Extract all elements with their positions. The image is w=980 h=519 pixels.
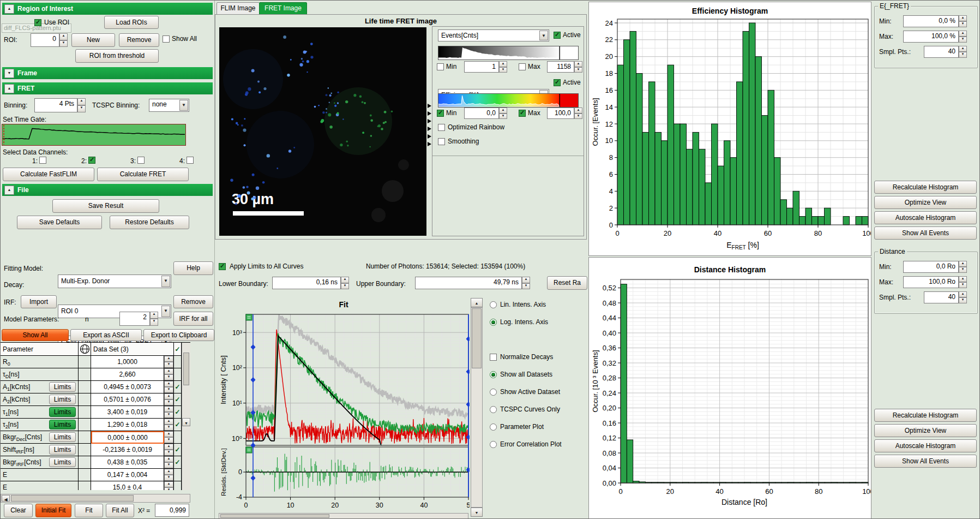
tab-fret-image[interactable]: FRET Image bbox=[259, 2, 307, 15]
sample-points-input[interactable]: 40 bbox=[924, 46, 959, 58]
scroll-left-icon[interactable] bbox=[2, 495, 10, 502]
new-roi-button[interactable]: New bbox=[71, 33, 115, 47]
efficiency-max-input[interactable]: 100,0 bbox=[547, 108, 574, 119]
option-radio-show-all-datasets[interactable] bbox=[490, 371, 497, 378]
limits-button[interactable]: Limits bbox=[49, 382, 76, 392]
option-radio-show-active-dataset[interactable] bbox=[490, 389, 497, 396]
irf-import-button[interactable]: Import bbox=[21, 295, 57, 308]
scroll-down-icon[interactable] bbox=[471, 508, 483, 517]
scrollbar-thumb[interactable] bbox=[472, 308, 482, 368]
option-radio-lin-intens-axis[interactable] bbox=[490, 301, 497, 308]
value-spinner[interactable] bbox=[164, 481, 173, 490]
export-clipboard-button[interactable]: Export to Clipboard bbox=[143, 329, 214, 341]
parameter-enabled-check[interactable] bbox=[174, 368, 182, 381]
tab-flim-image[interactable]: FLIM Image bbox=[217, 2, 260, 15]
value-spinner[interactable] bbox=[164, 456, 173, 468]
channel-checkbox[interactable] bbox=[39, 157, 46, 164]
limits-button[interactable]: Limits bbox=[49, 457, 76, 467]
option-radio-error-correlation-plot[interactable] bbox=[490, 441, 497, 448]
fret-image-canvas[interactable]: 30 µm bbox=[219, 27, 426, 236]
irf-remove-button[interactable]: Remove bbox=[173, 295, 213, 308]
tcspc-binning-select[interactable]: none bbox=[149, 99, 189, 112]
recalculate-histogram-button[interactable]: Recalculate Histogram bbox=[874, 181, 977, 194]
value-spinner[interactable] bbox=[164, 431, 173, 443]
efficiency-max-checkbox[interactable] bbox=[519, 110, 526, 117]
max-input[interactable]: 100,0 Ro bbox=[903, 276, 959, 288]
option-radio-tcspc-curves-only[interactable] bbox=[490, 406, 497, 413]
scroll-down-icon[interactable] bbox=[182, 418, 190, 426]
time-gate-graph[interactable] bbox=[2, 124, 186, 146]
scroll-up-icon[interactable] bbox=[471, 298, 483, 307]
autoscale-histogram-button[interactable]: Autoscale Histogram bbox=[874, 439, 977, 452]
autoscale-histogram-button[interactable]: Autoscale Histogram bbox=[874, 211, 977, 224]
min-input[interactable]: 0,0 Ro bbox=[903, 261, 959, 273]
initial-fit-button[interactable]: Initial Fit bbox=[35, 504, 71, 517]
fit-button[interactable]: Fit bbox=[75, 504, 103, 517]
channel-checkbox[interactable] bbox=[187, 157, 194, 164]
parameter-enabled-check[interactable] bbox=[174, 356, 182, 368]
parameter-enabled-check[interactable]: ✓ bbox=[174, 419, 182, 431]
show-all-events-button[interactable]: Show All Events bbox=[874, 455, 977, 468]
fit-plot[interactable]: 10³10²10¹10⁰01020304050-4Intensity [ Cnt… bbox=[219, 298, 470, 519]
min-input[interactable]: 0,0 % bbox=[903, 15, 959, 27]
max-spinner[interactable] bbox=[959, 31, 967, 43]
parameter-enabled-check[interactable] bbox=[174, 469, 182, 481]
save-result-button[interactable]: Save Result bbox=[52, 199, 159, 213]
optimize-view-button[interactable]: Optimize View bbox=[874, 196, 977, 209]
events-min-checkbox[interactable] bbox=[437, 63, 444, 70]
parameter-enabled-check[interactable]: ✓ bbox=[174, 456, 182, 469]
events-active-checkbox[interactable] bbox=[554, 32, 561, 39]
parameter-enabled-check[interactable]: ✓ bbox=[174, 393, 182, 406]
value-spinner[interactable] bbox=[164, 419, 173, 431]
upper-boundary-spinner[interactable] bbox=[522, 277, 530, 289]
min-spinner[interactable] bbox=[959, 15, 967, 27]
collapse-icon[interactable] bbox=[4, 4, 14, 14]
value-spinner[interactable] bbox=[164, 356, 173, 368]
recalculate-histogram-button[interactable]: Recalculate Histogram bbox=[874, 409, 977, 422]
optimize-view-button[interactable]: Optimize View bbox=[874, 424, 977, 437]
efficiency-min-checkbox[interactable] bbox=[437, 110, 444, 117]
apply-limits-checkbox[interactable] bbox=[219, 263, 226, 270]
events-max-checkbox[interactable] bbox=[519, 63, 526, 70]
parameter-enabled-check[interactable]: ✓ bbox=[174, 406, 182, 419]
max-spinner[interactable] bbox=[959, 276, 967, 288]
fit-all-button[interactable]: Fit All bbox=[106, 504, 134, 517]
show-all-events-button[interactable]: Show All Events bbox=[874, 226, 977, 240]
section-header-file[interactable]: File bbox=[2, 184, 213, 196]
option-radio-parameter-plot[interactable] bbox=[490, 423, 497, 431]
efficiency-min-input[interactable]: 0,0 bbox=[464, 108, 499, 119]
collapse-icon[interactable] bbox=[4, 84, 14, 93]
lower-boundary-input[interactable]: 0,16 ns bbox=[272, 277, 341, 289]
n-spinner[interactable] bbox=[150, 312, 158, 326]
upper-boundary-input[interactable]: 49,79 ns bbox=[415, 277, 522, 289]
value-spinner[interactable] bbox=[164, 393, 173, 405]
value-spinner[interactable] bbox=[164, 469, 173, 481]
min-spinner[interactable] bbox=[959, 261, 967, 273]
max-input[interactable]: 100,0 % bbox=[903, 31, 959, 43]
section-header-roi[interactable]: Region of Interest bbox=[2, 3, 213, 15]
parameter-value[interactable]: 1,290 ± 0,018 bbox=[91, 419, 164, 431]
scrollbar-thumb[interactable] bbox=[11, 495, 134, 502]
sample-points-spinner[interactable] bbox=[959, 291, 967, 303]
section-header-frame[interactable]: Frame bbox=[2, 67, 213, 79]
limits-button[interactable]: Limits bbox=[49, 407, 76, 417]
expand-icon[interactable] bbox=[4, 69, 14, 78]
fit-horizontal-scrollbar[interactable] bbox=[219, 513, 468, 519]
roi-from-threshold-button[interactable]: ROI from threshold bbox=[75, 49, 159, 63]
parameter-value[interactable]: 0,000 ± 0,000 bbox=[91, 431, 164, 444]
roi-spinner[interactable] bbox=[59, 33, 68, 47]
option-radio-log-intens-axis[interactable] bbox=[490, 319, 497, 326]
events-min-input[interactable]: 1 bbox=[464, 61, 499, 73]
parameter-value[interactable]: 1,0000 bbox=[91, 356, 164, 368]
table-vertical-scrollbar[interactable] bbox=[182, 343, 190, 490]
sample-points-spinner[interactable] bbox=[959, 46, 967, 58]
binning-input[interactable]: 4 Pts bbox=[34, 98, 77, 112]
section-header-fret[interactable]: FRET bbox=[2, 82, 213, 94]
parameter-value[interactable]: 0,147 ± 0,004 bbox=[91, 469, 164, 481]
parameter-value[interactable]: 0,4945 ± 0,0073 bbox=[91, 381, 164, 393]
events-max-spinner[interactable] bbox=[574, 61, 582, 73]
fit-vertical-scrollbar[interactable] bbox=[471, 307, 483, 508]
value-spinner[interactable] bbox=[164, 381, 173, 393]
irf-for-all-button[interactable]: IRF for all bbox=[173, 312, 213, 326]
events-max-input[interactable]: 1158 bbox=[547, 61, 574, 73]
